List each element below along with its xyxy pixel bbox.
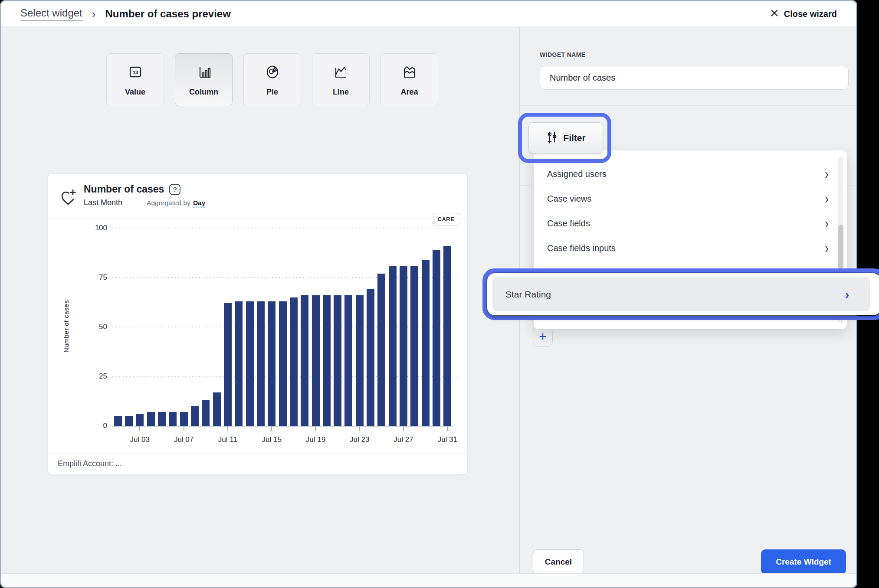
chart-bar-jul-03 [136, 414, 144, 426]
chart-bar-jul-18 [301, 295, 308, 426]
screenshot-canvas: Select widget › Number of cases preview … [0, 0, 879, 588]
panel-divider [520, 105, 857, 106]
help-icon[interactable]: ? [169, 184, 180, 195]
chart-bar-jul-02 [125, 416, 133, 426]
x-tick [403, 426, 404, 431]
cancel-button[interactable]: Cancel [533, 549, 584, 574]
close-wizard-button[interactable]: Close wizard [770, 9, 837, 19]
chart-bar-jul-07 [180, 412, 188, 426]
y-tick-label: 50 [72, 323, 107, 331]
chart-bar-jul-26 [389, 266, 397, 426]
chart-bar-jul-14 [257, 301, 265, 426]
filter-option-star-rating[interactable]: Star Rating › [492, 277, 870, 311]
filter-option-label: Assigned users [547, 169, 607, 179]
area-icon [401, 63, 418, 82]
widget-type-label: Area [400, 88, 418, 97]
filter-button-label: Filter [563, 133, 585, 143]
filter-option-case-views[interactable]: Case views› [534, 186, 847, 211]
chart-bar-jul-06 [169, 412, 177, 426]
chart-bar-jul-20 [323, 295, 331, 426]
chevron-right-icon: › [825, 192, 829, 206]
filter-option-label: Case fields [547, 219, 590, 229]
x-tick-label: Jul 19 [296, 435, 335, 444]
chart-bar-jul-17 [290, 297, 298, 426]
x-tick-label: Jul 27 [384, 435, 423, 444]
chart-bar-jul-04 [147, 412, 155, 426]
filter-option-case-fields-inputs[interactable]: Case fields inputs› [534, 236, 847, 261]
chart-bar-jul-31 [443, 246, 451, 426]
star-rating-label: Star Rating [505, 289, 551, 300]
x-tick-label: Jul 31 [428, 435, 467, 444]
filter-option-label: Case fields inputs [547, 243, 616, 253]
widget-type-label: Value [125, 88, 145, 97]
star-rating-card: Star Rating › [487, 273, 879, 315]
chart-bar-jul-23 [356, 295, 364, 426]
close-wizard-label: Close wizard [784, 9, 837, 19]
care-case-icon [58, 187, 79, 209]
chart-bar-jul-29 [422, 260, 430, 426]
y-tick-label: 0 [72, 421, 107, 430]
widget-type-selector: 13ValueColumnPieLineArea [106, 53, 438, 106]
chart-bar-jul-22 [344, 295, 352, 426]
x-tick [447, 426, 448, 431]
breadcrumb-chevron-icon: › [92, 7, 96, 21]
filter-option-case-fields[interactable]: Case fields› [534, 211, 847, 236]
filter-sliders-icon [546, 131, 559, 145]
value-icon: 13 [127, 63, 144, 82]
y-tick-label: 100 [72, 224, 107, 232]
card-footer-divider [48, 454, 467, 454]
chart-bar-jul-09 [202, 400, 210, 426]
widget-type-area-button[interactable]: Area [380, 53, 438, 106]
widget-name-input[interactable] [540, 66, 849, 90]
add-filter-button[interactable]: + [533, 327, 553, 347]
chart-title: Number of cases [84, 183, 164, 195]
x-tick [139, 426, 140, 431]
chart-bar-jul-19 [312, 295, 320, 426]
chart-bar-jul-21 [334, 295, 341, 426]
widget-preview-card: Number of cases ? Last Month Aggregated … [48, 173, 468, 475]
widget-type-label: Pie [266, 88, 278, 97]
widget-type-label: Column [189, 88, 218, 97]
column-icon [195, 63, 213, 82]
chart-bar-jul-28 [410, 266, 418, 426]
gridline [112, 228, 456, 229]
widget-type-label: Line [333, 88, 349, 97]
chart-bar-jul-15 [268, 301, 276, 426]
create-widget-button[interactable]: Create Widget [761, 549, 846, 574]
wizard-topbar: Select widget › Number of cases preview … [1, 1, 856, 27]
window-footer-strip [1, 573, 856, 587]
chart-subtitle: Last Month Aggregated by Day [84, 198, 205, 208]
chevron-right-icon: › [825, 216, 829, 231]
widget-type-line-button[interactable]: Line [312, 53, 370, 106]
account-footer: Emplifi Account: ... [58, 459, 122, 468]
breadcrumb-select-widget[interactable]: Select widget [20, 7, 82, 21]
filter-option-assigned-users[interactable]: Assigned users› [534, 162, 847, 186]
chart-bar-jul-05 [158, 412, 166, 426]
widget-type-pie-button[interactable]: Pie [243, 53, 301, 106]
chart-bar-jul-24 [367, 289, 374, 426]
widget-type-column-button[interactable]: Column [175, 53, 233, 106]
chart-bar-jul-01 [114, 416, 122, 426]
svg-text:13: 13 [132, 70, 138, 75]
close-icon [770, 9, 779, 19]
chevron-right-icon: › [825, 241, 829, 256]
x-tick-label: Jul 15 [252, 435, 291, 444]
chevron-right-icon: › [825, 167, 829, 182]
page-title: Number of cases preview [105, 8, 230, 20]
x-tick [271, 426, 272, 431]
aggregated-by-day-link[interactable]: Day [193, 199, 205, 208]
filter-button[interactable]: Filter [528, 122, 603, 154]
x-tick [184, 426, 184, 431]
chart-bar-jul-08 [191, 406, 199, 426]
star-rating-chevron-icon: › [845, 287, 849, 302]
x-tick [359, 426, 360, 431]
x-tick-label: Jul 03 [120, 435, 159, 444]
x-axis-line [112, 426, 453, 427]
y-tick-label: 25 [72, 372, 107, 381]
x-tick [227, 426, 228, 431]
y-tick-label: 75 [72, 273, 107, 282]
care-badge: CARE [432, 213, 460, 225]
filter-option-label: Case views [547, 194, 591, 204]
chart-bar-jul-11 [224, 303, 232, 426]
widget-type-value-button[interactable]: 13Value [106, 53, 164, 106]
